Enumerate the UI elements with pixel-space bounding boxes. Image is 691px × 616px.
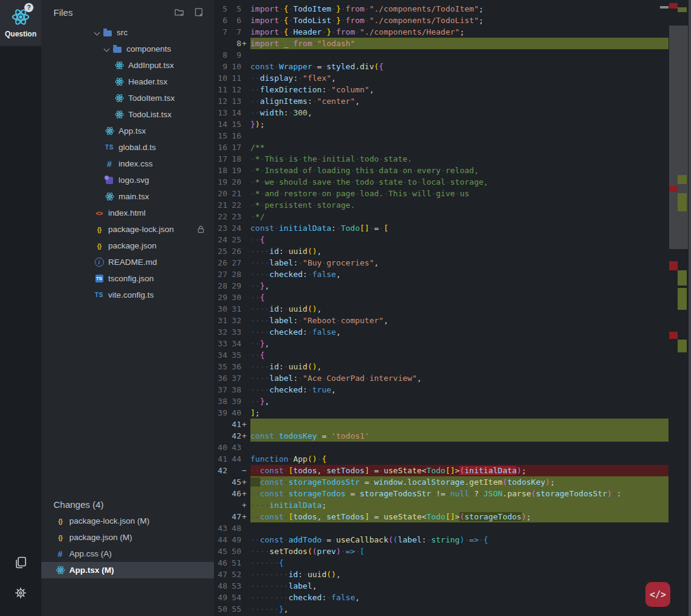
question-badge-icon: ? <box>24 3 33 12</box>
code-line[interactable]: 2021·*·and·restore·on·page·load.·This·wi… <box>214 188 669 199</box>
code-line[interactable]: 1213··alignItems:·"center", <box>214 95 669 107</box>
old-line-number: 23 <box>214 222 227 234</box>
code-line[interactable]: 2223·*/ <box>214 211 669 222</box>
code-line[interactable]: 2728····checked:·false, <box>214 269 669 280</box>
code-line[interactable]: 3031····id:·uuid(), <box>214 303 669 315</box>
code-line[interactable]: 2627····label:·"Buy·groceries", <box>214 257 669 269</box>
new-file-icon[interactable] <box>193 7 204 18</box>
code-line[interactable]: 2930··{ <box>214 292 669 303</box>
run-code-button[interactable]: </> <box>645 582 670 607</box>
code-line[interactable]: 4853········label, <box>214 580 669 592</box>
code-line[interactable]: 1516 <box>214 130 669 142</box>
code-line[interactable]: 1819·*·Instead·of·loading·this·data·on·e… <box>214 165 669 176</box>
copy-button[interactable] <box>11 553 30 572</box>
code-line[interactable]: 3132····label:·"Reboot·computer", <box>214 315 669 326</box>
code-area[interactable]: 55import·{·TodoItem·}·from·"./components… <box>214 3 669 615</box>
code-line[interactable]: 1314··width:·300, <box>214 107 669 118</box>
code-line[interactable]: 3637····label:·"Ace·CoderPad·interview", <box>214 372 669 384</box>
code-line[interactable]: 4348 <box>214 522 669 534</box>
file-tree-item[interactable]: main.tsx <box>41 188 214 205</box>
code-line[interactable]: 2122·*·persistent·storage. <box>214 199 669 211</box>
chevron-down-icon[interactable] <box>92 28 102 38</box>
code-line[interactable]: 4550····setTodos((prev)·=>·[ <box>214 546 669 557</box>
file-tree-item[interactable]: logo.svg <box>41 172 214 188</box>
changes-item[interactable]: App.tsx (M) <box>41 562 214 578</box>
file-tree-item[interactable]: App.tsx <box>41 123 214 139</box>
code-line[interactable]: 42+const·todosKey·=·'todos1' <box>214 430 669 442</box>
code-line[interactable]: 45+··const·storageTodosStr·=·window.loca… <box>214 476 669 488</box>
code-text: ··{ <box>250 292 669 303</box>
code-line[interactable]: +····initialData; <box>214 499 669 511</box>
code-line[interactable]: 47+··const·[todos,·setTodos]·=·useState<… <box>214 511 669 522</box>
file-tree-item[interactable]: Header.tsx <box>41 74 214 90</box>
code-line[interactable]: 4144function·App()·{ <box>214 453 669 465</box>
new-folder-icon[interactable] <box>174 7 185 18</box>
file-tree-item[interactable]: TodoList.tsx <box>41 106 214 123</box>
file-tree-item[interactable]: TodoItem.tsx <box>41 90 214 106</box>
old-line-number: 44 <box>214 534 227 546</box>
code-line[interactable]: 3738····checked:·true, <box>214 384 669 395</box>
new-line-number: 47 <box>227 511 241 522</box>
file-tree-item[interactable]: {}package.json <box>41 238 214 254</box>
code-text: ····label:·"Reboot·computer", <box>250 315 669 326</box>
code-line[interactable]: 2829··}, <box>214 280 669 292</box>
code-line[interactable]: 1920·*·we·should·save·the·todo·state·to·… <box>214 176 669 188</box>
new-line-number: 31 <box>227 303 241 315</box>
code-line[interactable]: 4954········checked:·false, <box>214 592 669 603</box>
tab-question[interactable]: ? Question <box>0 0 41 46</box>
diff-sign: + <box>241 511 250 522</box>
file-tree-item[interactable]: <>index.html <box>41 205 214 221</box>
code-line[interactable]: 3940]; <box>214 407 669 419</box>
file-tree-item[interactable]: src <box>41 24 214 41</box>
file-tree-item[interactable]: #index.css <box>41 156 214 172</box>
code-line[interactable]: 1415}); <box>214 118 669 130</box>
code-line[interactable]: 4449··const·addTodo·=·useCallback((label… <box>214 534 669 546</box>
file-tree-item[interactable]: AddInput.tsx <box>41 57 214 74</box>
code-line[interactable]: 3839··}, <box>214 395 669 407</box>
code-line[interactable]: 89 <box>214 49 669 61</box>
code-line[interactable]: 2425··{ <box>214 234 669 245</box>
page-scrollbar[interactable] <box>689 0 691 616</box>
code-line[interactable]: 1011··display:·"flex", <box>214 72 669 84</box>
file-tree-item[interactable]: components <box>41 41 214 57</box>
new-line-number: 44 <box>227 453 241 465</box>
code-line[interactable]: 1617/** <box>214 142 669 153</box>
code-line[interactable]: 3334··}, <box>214 338 669 349</box>
code-line[interactable]: 8+import·_·from·"lodash" <box>214 38 669 49</box>
file-tree-item[interactable]: {}package-lock.json <box>41 221 214 238</box>
code-line[interactable]: 1112··flexDirection:·"column", <box>214 84 669 95</box>
old-line-number: 35 <box>214 361 227 372</box>
code-line[interactable]: 2324const·initialData:·Todo[]·=·[ <box>214 222 669 234</box>
code-line[interactable]: 2526····id:·uuid(), <box>214 245 669 257</box>
code-line[interactable]: 3435··{ <box>214 349 669 361</box>
new-line-number: 40 <box>227 407 241 419</box>
code-line[interactable]: 41+ <box>214 419 669 430</box>
file-tree-item[interactable]: TStsconfig.json <box>41 270 214 287</box>
file-tree-item[interactable]: TSvite.config.ts <box>41 287 214 303</box>
file-tree-item[interactable]: iREADME.md <box>41 254 214 270</box>
code-line[interactable]: 42−··const·[todos,·setTodos]·=·useState<… <box>214 465 669 476</box>
code-line[interactable]: 3536····id:·uuid(), <box>214 361 669 372</box>
code-line[interactable]: 4043 <box>214 442 669 453</box>
code-line[interactable]: 46+··const·storageTodos·=·storageTodosSt… <box>214 488 669 499</box>
chevron-down-icon[interactable] <box>102 44 112 54</box>
css-icon: # <box>104 159 115 169</box>
code-line[interactable]: 55import·{·TodoItem·}·from·"./components… <box>214 3 669 15</box>
code-line[interactable]: 4752········id:·uuid(), <box>214 569 669 580</box>
settings-button[interactable] <box>11 583 30 603</box>
new-line-number: 37 <box>227 372 241 384</box>
code-line[interactable]: 1718·*·This·is·the·initial·todo·state. <box>214 153 669 165</box>
code-line[interactable]: 77import·{·Header·}·from·"./components/H… <box>214 26 669 38</box>
changes-item[interactable]: #App.css (A) <box>41 546 214 562</box>
code-line[interactable]: 910const·Wrapper·=·styled.div({ <box>214 61 669 72</box>
code-line[interactable]: 4651······{ <box>214 557 669 569</box>
file-tree-item[interactable]: TSglobal.d.ts <box>41 139 214 156</box>
code-line[interactable]: 5055······}, <box>214 603 669 615</box>
changes-item[interactable]: {}package.json (M) <box>41 529 214 546</box>
code-line[interactable]: 3233····checked:·false, <box>214 326 669 338</box>
code-line[interactable]: 66import·{·TodoList·}·from·"./components… <box>214 15 669 26</box>
old-line-number <box>214 430 227 442</box>
scrollbar-thumb[interactable] <box>669 26 688 249</box>
file-name: index.html <box>108 208 146 217</box>
changes-item[interactable]: {}package-lock.json (M) <box>41 513 214 529</box>
